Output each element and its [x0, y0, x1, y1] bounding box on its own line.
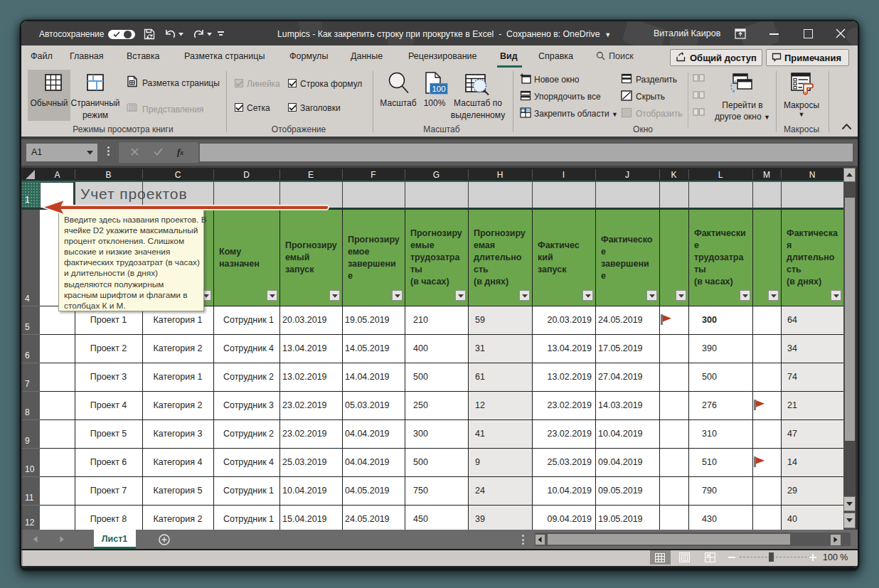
- svg-text:100: 100: [432, 85, 445, 93]
